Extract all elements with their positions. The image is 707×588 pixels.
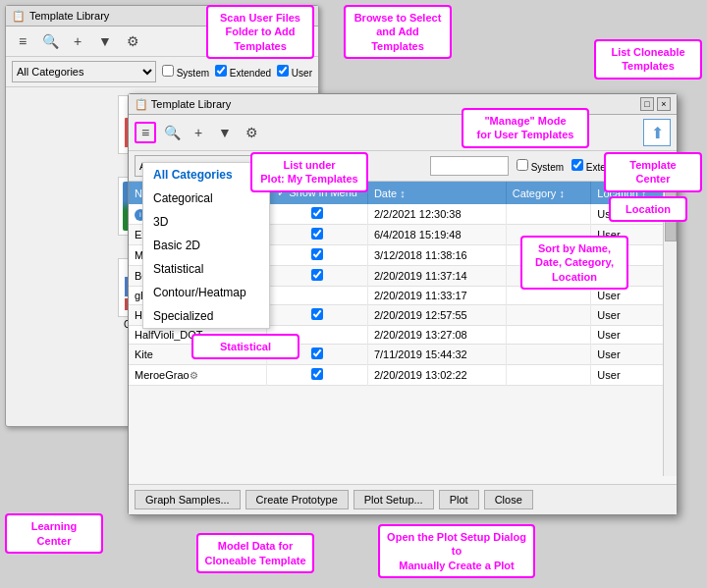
show-menu-checkbox[interactable] <box>311 347 323 359</box>
outer-add-icon[interactable]: + <box>67 30 88 52</box>
inner-upload-icon[interactable]: ⬆ <box>643 119 671 146</box>
annotation-model-data: Model Data forCloneable Template <box>196 533 314 573</box>
inner-add-icon[interactable]: + <box>188 122 209 143</box>
annotation-template-center: Template Center <box>604 152 702 192</box>
cell-date: 2/20/2019 11:37:14 <box>367 266 506 287</box>
cell-show-menu <box>267 245 368 266</box>
col-header-date[interactable]: Date ↕ <box>367 182 506 204</box>
outer-user-checkbox-label[interactable]: User <box>277 65 312 79</box>
cell-category <box>506 305 591 326</box>
outer-search-icon[interactable]: 🔍 <box>39 30 61 52</box>
outer-extended-checkbox-label[interactable]: Extended <box>215 65 271 79</box>
annotation-list-cloneable: List CloneableTemplates <box>594 39 702 80</box>
outer-filter-row: All Categories System Extended User <box>6 57 318 87</box>
dropdown-item-contour[interactable]: Contour/Heatmap <box>143 281 269 304</box>
cell-date: 2/2/2021 12:30:38 <box>367 204 506 225</box>
inner-menu-icon[interactable]: ≡ <box>135 122 156 143</box>
outer-user-checkbox[interactable] <box>277 65 289 77</box>
outer-system-checkbox[interactable] <box>162 65 174 77</box>
outer-menu-icon[interactable]: ≡ <box>12 30 33 52</box>
cell-category <box>506 345 591 365</box>
col-header-category[interactable]: Category ↕ <box>506 182 591 204</box>
show-menu-checkbox[interactable] <box>311 248 323 260</box>
inner-toolbar: ≡ 🔍 + ▼ ⚙ ⬆ <box>129 115 677 151</box>
outer-window-icon: 📋 <box>12 10 26 23</box>
cell-show-menu <box>267 305 368 326</box>
annotation-open-plot-setup: Open the Plot Setup Dialog toManually Cr… <box>378 524 535 578</box>
outer-window-title: Template Library <box>29 10 109 22</box>
cell-category <box>506 326 591 345</box>
cell-date: 2/20/2019 13:02:22 <box>367 365 506 386</box>
cell-name: MeroeGrao ⚙ <box>129 365 267 386</box>
inner-search-input[interactable] <box>430 156 509 176</box>
annotation-location: Location <box>609 196 687 222</box>
inner-window-icon: 📋 <box>135 98 148 110</box>
cell-show-menu <box>267 204 368 225</box>
annotation-learning-center: Learning Center <box>5 513 103 554</box>
cell-date: 6/4/2018 15:19:48 <box>367 225 506 245</box>
inner-system-checkbox[interactable] <box>517 159 528 171</box>
cell-category <box>506 204 591 225</box>
outer-extended-checkbox[interactable] <box>215 65 227 77</box>
inner-system-label[interactable]: System <box>517 159 564 173</box>
outer-system-checkbox-label[interactable]: System <box>162 65 209 79</box>
annotation-list-under: List underPlot: My Templates <box>250 152 368 192</box>
inner-title-area: 📋 Template Library <box>135 98 231 111</box>
inner-close-btn[interactable]: × <box>657 97 671 111</box>
show-menu-checkbox[interactable] <box>311 269 323 281</box>
cell-show-menu <box>267 266 368 287</box>
outer-settings-icon[interactable]: ⚙ <box>122 30 143 52</box>
outer-filter-icon[interactable]: ▼ <box>94 30 116 52</box>
cell-date: 7/11/2019 15:44:32 <box>367 345 506 365</box>
cell-show-menu <box>267 365 368 386</box>
plot-setup-btn[interactable]: Plot Setup... <box>354 490 434 509</box>
inner-win-controls: □ × <box>640 97 671 111</box>
close-btn[interactable]: Close <box>484 490 533 509</box>
inner-filter-icon[interactable]: ▼ <box>214 122 236 143</box>
cell-category <box>506 365 591 386</box>
cell-date: 2/20/2019 13:27:08 <box>367 326 506 345</box>
dropdown-item-3d[interactable]: 3D <box>143 210 269 234</box>
inner-titlebar: 📋 Template Library □ × <box>129 94 677 115</box>
outer-checkbox-group: System Extended User <box>162 65 312 79</box>
cell-date: 3/12/2018 11:38:16 <box>367 245 506 266</box>
inner-settings-icon[interactable]: ⚙ <box>241 122 262 143</box>
dropdown-item-specialized[interactable]: Specialized <box>143 304 269 328</box>
inner-maximize-btn[interactable]: □ <box>640 97 654 111</box>
show-menu-checkbox[interactable] <box>311 207 323 219</box>
cell-date: 2/20/2019 12:57:55 <box>367 305 506 326</box>
dropdown-item-basic2d[interactable]: Basic 2D <box>143 234 269 257</box>
annotation-sort-by-name: Sort by Name,Date, Category,Location <box>520 236 628 290</box>
create-prototype-btn[interactable]: Create Prototype <box>245 490 349 509</box>
bottom-button-bar: Graph Samples... Create Prototype Plot S… <box>129 484 677 514</box>
plot-btn[interactable]: Plot <box>439 490 479 509</box>
annotation-browse-select: Browse to Selectand AddTemplates <box>344 5 452 59</box>
cell-show-menu <box>267 287 368 305</box>
outer-category-select[interactable]: All Categories <box>12 61 156 82</box>
annotation-manage-mode: "Manage" Modefor User Templates <box>462 108 589 148</box>
graph-samples-btn[interactable]: Graph Samples... <box>135 490 241 509</box>
show-menu-checkbox[interactable] <box>311 308 323 320</box>
annotation-statistical: Statistical <box>191 334 299 359</box>
row-gear-icon: ⚙ <box>190 370 198 381</box>
show-menu-checkbox[interactable] <box>311 228 323 240</box>
annotation-scan-user-files: Scan User FilesFolder to AddTemplates <box>206 5 314 59</box>
inner-extended-checkbox[interactable] <box>571 159 583 171</box>
cell-date: 2/20/2019 11:33:17 <box>367 287 506 305</box>
table-row[interactable]: MeroeGrao ⚙2/20/2019 13:02:22User <box>129 365 677 386</box>
show-menu-checkbox[interactable] <box>311 368 323 380</box>
inner-window-title: Template Library <box>151 98 231 110</box>
dropdown-item-statistical[interactable]: Statistical <box>143 257 269 281</box>
outer-title-area: 📋 Template Library <box>12 10 109 23</box>
inner-search-icon[interactable]: 🔍 <box>161 122 183 143</box>
table-scrollbar[interactable] <box>663 182 677 476</box>
cell-show-menu <box>267 225 368 245</box>
